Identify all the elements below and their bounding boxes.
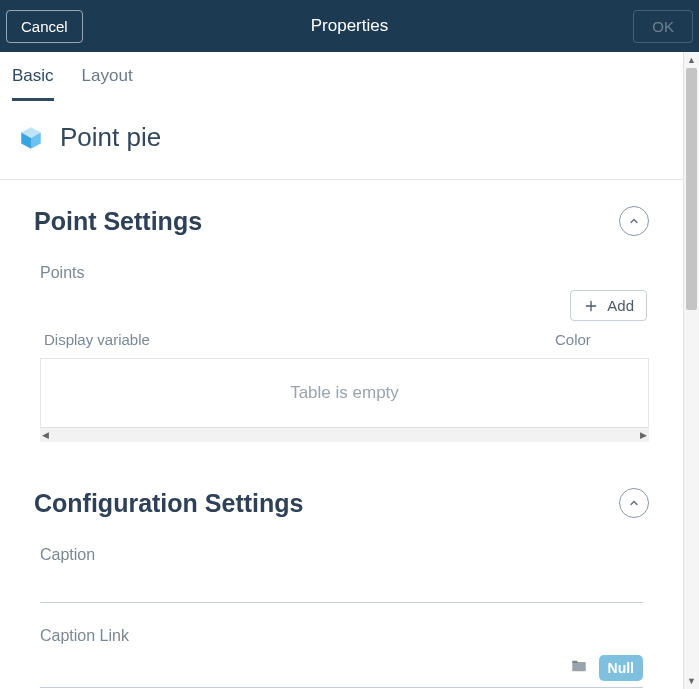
points-label: Points: [40, 264, 649, 282]
null-button[interactable]: Null: [599, 655, 643, 681]
tab-layout[interactable]: Layout: [82, 66, 133, 101]
caption-label: Caption: [40, 546, 643, 564]
section-configuration-settings: Configuration Settings Caption Caption L…: [0, 452, 683, 689]
collapse-button-configuration-settings[interactable]: [619, 488, 649, 518]
scroll-thumb[interactable]: [686, 68, 697, 310]
caption-input[interactable]: [40, 572, 643, 603]
section-title-point-settings: Point Settings: [34, 207, 202, 236]
caption-link-label: Caption Link: [40, 627, 643, 645]
page-title-row: Point pie: [0, 102, 683, 179]
vertical-scrollbar[interactable]: ▲ ▼: [683, 52, 699, 689]
cube-icon: [18, 125, 44, 151]
cancel-button[interactable]: Cancel: [6, 10, 83, 43]
plus-icon: [583, 298, 599, 314]
scroll-track[interactable]: [684, 68, 699, 673]
points-table-empty: Table is empty: [40, 358, 649, 428]
page-title: Point pie: [60, 122, 161, 153]
chevron-up-icon: [628, 215, 640, 227]
dialog-header: Cancel Properties OK: [0, 0, 699, 52]
section-title-configuration-settings: Configuration Settings: [34, 489, 303, 518]
column-header-color: Color: [555, 331, 645, 348]
horizontal-scrollbar[interactable]: ◀ ▶: [40, 428, 649, 442]
column-header-display-variable: Display variable: [44, 331, 555, 348]
points-table: Display variable Color Table is empty ◀ …: [40, 327, 649, 442]
scroll-left-icon: ◀: [42, 430, 49, 440]
scroll-down-icon: ▼: [684, 673, 699, 689]
folder-icon[interactable]: [569, 657, 589, 679]
tab-basic[interactable]: Basic: [12, 66, 54, 101]
scroll-up-icon: ▲: [684, 52, 699, 68]
collapse-button-point-settings[interactable]: [619, 206, 649, 236]
ok-button[interactable]: OK: [633, 10, 693, 43]
add-point-button[interactable]: Add: [570, 290, 647, 321]
chevron-up-icon: [628, 497, 640, 509]
add-button-label: Add: [607, 297, 634, 314]
dialog-title: Properties: [0, 16, 699, 36]
scroll-right-icon: ▶: [640, 430, 647, 440]
main-content: Basic Layout Point pie Point Settings: [0, 52, 683, 689]
section-point-settings: Point Settings Points Add Display variab…: [0, 180, 683, 452]
tabs: Basic Layout: [0, 52, 683, 102]
